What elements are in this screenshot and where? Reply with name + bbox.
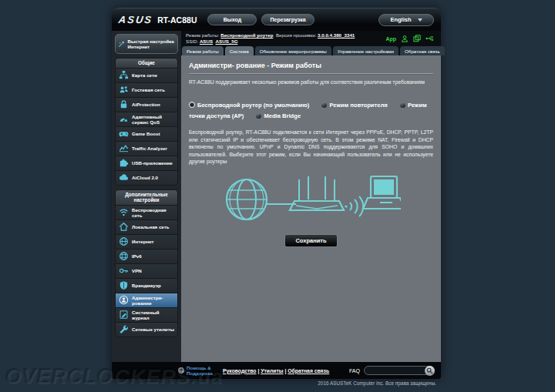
chevron-down-icon	[418, 18, 422, 22]
radio-selected-icon	[189, 102, 195, 108]
client-status-icon[interactable]	[401, 35, 409, 42]
sidebar-item-game-boost[interactable]: Game Boost	[116, 126, 177, 141]
sidebar-item-label: IPv6	[132, 253, 142, 259]
separator: |	[257, 368, 259, 374]
sidebar-item-administration[interactable]: Администри- рование	[116, 293, 177, 307]
sidebar-item-ipv6[interactable]: IPv6	[116, 249, 177, 263]
reboot-button[interactable]: Перезагрузка	[261, 14, 314, 25]
sidebar-item-lan[interactable]: Локальная сеть	[116, 219, 177, 234]
sidebar-item-quick-setup[interactable]: Быстрая настройка Интернет	[115, 34, 178, 54]
model-label: RT-AC88U	[157, 15, 197, 25]
sidebar-item-system-log[interactable]: Системный журнал	[116, 307, 177, 322]
radio-icon	[321, 102, 327, 108]
app-link[interactable]: App	[385, 36, 396, 42]
sidebar-item-label: Гостевая сеть	[132, 87, 165, 92]
operation-mode-link[interactable]: Беспроводной роутер	[220, 32, 273, 38]
sidebar-item-label: AiCloud 2.0	[132, 175, 158, 180]
guest-windows-icon[interactable]	[413, 35, 421, 42]
status-line-ssid: SSID: ASUS ASUS_5G	[186, 39, 355, 45]
separator: |	[284, 368, 286, 374]
sidebar-item-aiprotection[interactable]: AiProtection	[116, 97, 177, 112]
radio-icon	[400, 102, 405, 108]
mode-description: Беспроводной роутер, RT-AC88U подключает…	[189, 129, 433, 166]
sidebar-group-advanced: Дополнительные настройки Беспроводная се…	[115, 189, 178, 337]
sidebar-item-network-map[interactable]: Карта сети	[116, 68, 177, 82]
sidebar-item-usb-application[interactable]: USB-приложение	[116, 156, 177, 170]
manual-link[interactable]: Руководство	[223, 368, 257, 374]
sidebar-item-label: USB-приложение	[132, 160, 173, 166]
ssid-24-link[interactable]: ASUS	[200, 39, 213, 44]
tab-system[interactable]: Система	[225, 46, 254, 55]
sidebar-item-label: Беспроводная сеть	[132, 207, 176, 218]
magnifier-icon	[426, 367, 433, 374]
cloud-icon	[119, 173, 129, 183]
usb-icon[interactable]	[426, 35, 435, 42]
desktop-background: { "window": { "brand": "ASUS", "model": …	[0, 0, 555, 392]
language-value: English	[390, 16, 411, 23]
guests-icon	[119, 85, 129, 95]
quick-setup-label: Быстрая настройка Интернет	[128, 39, 176, 49]
log-icon	[119, 310, 129, 320]
sidebar-item-aicloud[interactable]: AiCloud 2.0	[116, 170, 177, 185]
search-button[interactable]	[425, 366, 435, 376]
wrench-icon	[119, 324, 129, 334]
sidebar-item-traffic-analyzer[interactable]: Traffic Analyzer	[116, 141, 177, 156]
shield-icon	[119, 280, 129, 290]
tab-feedback[interactable]: Обратная связь	[400, 46, 445, 55]
radio-media-bridge[interactable]: Media Bridge	[256, 112, 301, 119]
globe-icon	[119, 236, 129, 246]
home-icon	[119, 222, 129, 232]
radio-wireless-router[interactable]: Беспроводной роутер (по умолчанию)	[189, 102, 309, 109]
sidebar-item-label: VPN	[132, 268, 142, 273]
sidebar-item-label: Интернет	[132, 239, 154, 244]
group-title: Дополнительные настройки	[116, 190, 177, 205]
sidebar-item-label: Game Boost	[132, 131, 160, 136]
page-subtitle: RT-AC88U поддерживает несколько режимов …	[189, 79, 433, 85]
operation-mode-options: Беспроводной роутер (по умолчанию) Режим…	[189, 100, 433, 122]
sidebar-item-wan[interactable]: Интернет	[116, 234, 177, 249]
status-bar: Режим работы: Беспроводной роутер Версия…	[181, 31, 441, 45]
logout-button[interactable]: Выход	[207, 14, 257, 25]
save-button[interactable]: Сохранить	[284, 234, 337, 247]
sidebar-item-guest-network[interactable]: Гостевая сеть	[116, 82, 177, 97]
sidebar-item-label: Адаптивный сервис QoS	[132, 114, 176, 125]
feedback-link[interactable]: Обратная связь	[288, 368, 329, 374]
asus-logo: ASUS	[118, 14, 153, 25]
router-admin-window: ASUS RT-AC88U Выход Перезагрузка English…	[112, 8, 441, 379]
radio-icon	[256, 113, 261, 119]
admin-person-icon	[119, 295, 129, 305]
chart-icon	[119, 143, 129, 153]
watermark: OVERCLOCKERS.ua	[5, 365, 223, 389]
page-title: Администри- рование - Режим работы	[189, 62, 433, 74]
sidebar-item-firewall[interactable]: Брандмауэр	[116, 278, 177, 293]
sidebar-item-label: Администри- рование	[132, 295, 176, 306]
sidebar-item-label: Карта сети	[132, 72, 157, 78]
ssid-5-link[interactable]: ASUS_5G	[216, 39, 238, 44]
radio-repeater-mode[interactable]: Режим повторителя	[321, 102, 387, 109]
tab-firmware-upgrade[interactable]: Обновление микропрограммы	[255, 46, 331, 55]
sidebar-item-label: Локальная сеть	[132, 224, 170, 230]
firmware-version-link[interactable]: 3.0.0.4.380_3341	[318, 32, 355, 38]
sidebar-item-vpn[interactable]: VPN	[116, 263, 177, 278]
faq-search: FAQ	[349, 366, 435, 376]
sidebar-item-network-tools[interactable]: Сетевые утилиты	[116, 322, 177, 337]
sidebar-item-wireless[interactable]: Беспроводная сеть	[116, 205, 177, 219]
status-line-mode: Режим работы: Беспроводной роутер Версия…	[186, 32, 355, 39]
tab-bar: Режим работы Система Обновление микропро…	[181, 45, 441, 55]
utilities-link[interactable]: Утилиты	[261, 368, 283, 374]
sidebar-group-general: Общие Карта сети Гостевая сеть AiProtect…	[115, 58, 178, 186]
sidebar: Быстрая настройка Интернет Общие Карта с…	[112, 31, 181, 362]
sidebar-item-label: Traffic Analyzer	[132, 146, 167, 151]
globe-router-laptop-diagram	[222, 170, 401, 226]
gauge-icon	[119, 114, 129, 124]
faq-label: FAQ	[349, 368, 360, 374]
tab-operation-mode[interactable]: Режим работы	[182, 46, 224, 55]
sidebar-item-label: Брандмауэр	[132, 283, 161, 288]
sidebar-item-qos[interactable]: Адаптивный сервис QoS	[116, 112, 177, 126]
language-dropdown[interactable]: English	[378, 14, 434, 26]
sidebar-item-label: Системный журнал	[132, 310, 176, 320]
gamepad-icon	[119, 129, 129, 139]
lock-icon	[119, 99, 129, 109]
tab-settings-management[interactable]: Управление настройками	[333, 46, 399, 55]
key-icon	[119, 266, 129, 276]
